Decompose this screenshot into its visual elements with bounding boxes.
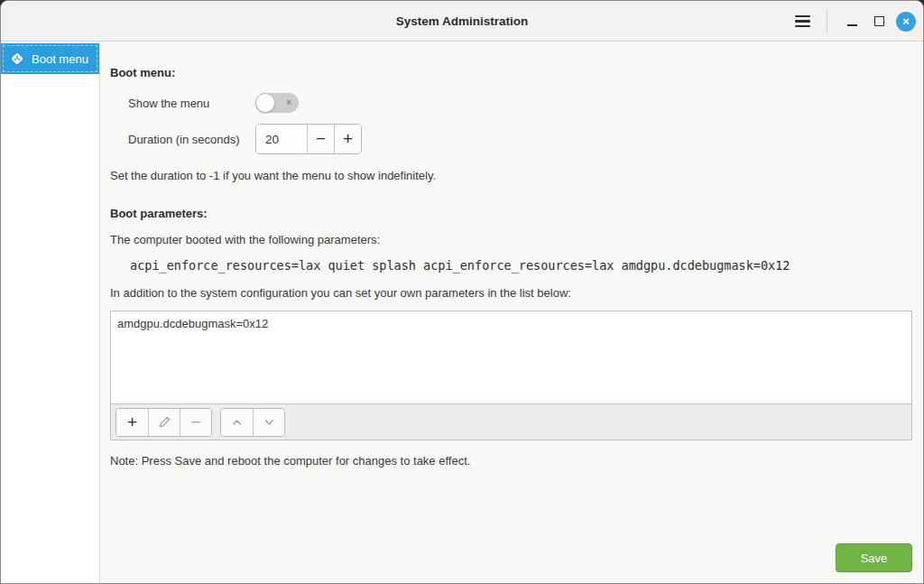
close-button[interactable]: × (896, 12, 916, 32)
window-title: System Administration (396, 14, 529, 28)
sidebar: Boot menu (1, 42, 100, 584)
list-toolbar: + − (111, 403, 911, 440)
reboot-note-text: Note: Press Save and reboot the computer… (110, 454, 912, 468)
duration-input[interactable] (256, 125, 307, 153)
system-administration-window: System Administration × (0, 0, 924, 584)
add-param-button[interactable]: + (116, 409, 148, 436)
maximize-icon (874, 16, 884, 26)
show-menu-row: Show the menu × (128, 93, 912, 113)
move-button-group (220, 408, 285, 437)
booted-params-value: acpi_enforce_resources=lax quiet splash … (130, 258, 912, 273)
move-down-button[interactable] (253, 409, 284, 436)
boot-menu-heading: Boot menu: (110, 66, 912, 79)
pencil-icon (158, 415, 171, 429)
toggle-off-icon: × (286, 97, 291, 107)
toggle-knob (255, 93, 275, 113)
remove-param-button[interactable]: − (180, 409, 211, 436)
main-content: Boot menu: Show the menu × Duration (in … (100, 42, 923, 584)
custom-params-label: In addition to the system configuration … (110, 286, 912, 300)
duration-decrement-button[interactable]: − (307, 125, 334, 153)
boot-parameters-heading: Boot parameters: (110, 207, 912, 220)
minimize-button[interactable] (838, 6, 865, 37)
close-icon: × (902, 15, 910, 27)
sidebar-item-label: Boot menu (32, 52, 88, 66)
minus-icon: − (316, 129, 326, 149)
titlebar: System Administration × (1, 1, 923, 42)
duration-row: Duration (in seconds) − + (128, 124, 912, 154)
hamburger-icon (795, 15, 810, 17)
save-button-label: Save (861, 552, 888, 565)
custom-params-frame: amdgpu.dcdebugmask=0x12 + (110, 311, 912, 440)
save-button[interactable]: Save (836, 543, 912, 572)
booted-params-label: The computer booted with the following p… (110, 233, 912, 246)
custom-params-list[interactable]: amdgpu.dcdebugmask=0x12 (111, 311, 911, 403)
show-menu-label: Show the menu (128, 97, 255, 110)
duration-label: Duration (in seconds) (128, 133, 255, 146)
move-up-button[interactable] (221, 409, 253, 436)
sidebar-item-boot-menu[interactable]: Boot menu (1, 43, 99, 74)
boot-menu-icon (10, 51, 24, 66)
hamburger-menu-button[interactable] (787, 6, 818, 37)
chevron-down-icon (263, 415, 276, 429)
minimize-icon (847, 24, 857, 26)
titlebar-controls: × (787, 1, 916, 42)
chevron-up-icon (230, 415, 244, 429)
minus-icon: − (190, 413, 200, 432)
titlebar-separator (827, 10, 827, 33)
plus-icon: + (343, 129, 353, 149)
duration-spinner: − + (255, 124, 362, 154)
edit-param-button[interactable] (148, 409, 180, 436)
duration-increment-button[interactable]: + (334, 125, 361, 153)
show-menu-toggle[interactable]: × (255, 93, 299, 113)
add-icon: + (127, 413, 137, 432)
list-item[interactable]: amdgpu.dcdebugmask=0x12 (111, 311, 911, 330)
edit-button-group: + − (116, 408, 212, 437)
maximize-button[interactable] (865, 6, 892, 37)
duration-hint-text: Set the duration to -1 if you want the m… (110, 169, 912, 182)
